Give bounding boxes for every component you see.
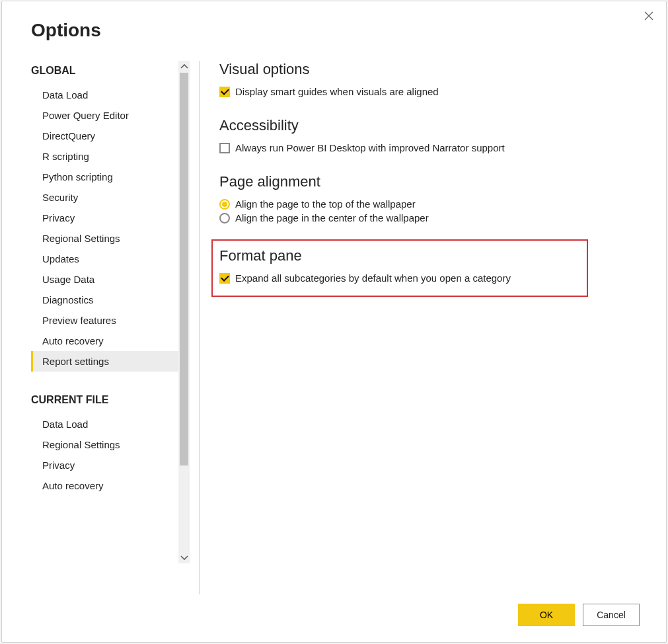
cancel-button[interactable]: Cancel bbox=[583, 604, 640, 626]
sidebar-section-header: GLOBAL bbox=[31, 61, 178, 85]
chevron-up-icon bbox=[180, 63, 188, 71]
scroll-up-button[interactable] bbox=[178, 61, 190, 73]
sidebar-section-header: CURRENT FILE bbox=[31, 390, 178, 414]
option-row: Expand all subcategories by default when… bbox=[219, 271, 577, 285]
sidebar-item[interactable]: Privacy bbox=[31, 455, 178, 475]
close-icon bbox=[644, 11, 654, 21]
checkbox[interactable] bbox=[219, 143, 230, 153]
sidebar-item[interactable]: Regional Settings bbox=[31, 434, 178, 455]
dialog-footer: OK Cancel bbox=[2, 594, 666, 642]
settings-group: Format paneExpand all subcategories by d… bbox=[219, 239, 640, 297]
option-row: Display smart guides when visuals are al… bbox=[219, 85, 640, 99]
options-dialog: Options GLOBALData LoadPower Query Edito… bbox=[1, 1, 667, 643]
option-label: Display smart guides when visuals are al… bbox=[235, 86, 439, 97]
radio[interactable] bbox=[219, 199, 230, 210]
sidebar-item[interactable]: Security bbox=[31, 187, 178, 208]
checkbox[interactable] bbox=[219, 87, 230, 97]
settings-group: AccessibilityAlways run Power BI Desktop… bbox=[219, 117, 640, 155]
option-label: Always run Power BI Desktop with improve… bbox=[235, 142, 505, 153]
settings-group: Page alignmentAlign the page to the top … bbox=[219, 173, 640, 225]
sidebar-item-list: Data LoadRegional SettingsPrivacyAuto re… bbox=[31, 414, 178, 496]
group-title: Page alignment bbox=[219, 173, 640, 190]
sidebar-item[interactable]: DirectQuery bbox=[31, 126, 178, 146]
group-title: Accessibility bbox=[219, 117, 640, 134]
dialog-body: GLOBALData LoadPower Query EditorDirectQ… bbox=[2, 48, 666, 594]
sidebar-item[interactable]: Usage Data bbox=[31, 269, 178, 290]
close-button[interactable] bbox=[641, 8, 657, 24]
option-label: Align the page to the top of the wallpap… bbox=[235, 198, 416, 210]
sidebar-item[interactable]: Python scripting bbox=[31, 167, 178, 187]
sidebar-item[interactable]: Data Load bbox=[31, 85, 178, 105]
dialog-title: Options bbox=[31, 20, 637, 41]
option-row: Align the page to the top of the wallpap… bbox=[219, 197, 640, 211]
sidebar-container: GLOBALData LoadPower Query EditorDirectQ… bbox=[31, 61, 190, 563]
sidebar-item[interactable]: Regional Settings bbox=[31, 228, 178, 249]
ok-button[interactable]: OK bbox=[518, 604, 575, 626]
content-pane: Visual optionsDisplay smart guides when … bbox=[200, 61, 666, 594]
sidebar-item[interactable]: R scripting bbox=[31, 146, 178, 167]
sidebar: GLOBALData LoadPower Query EditorDirectQ… bbox=[31, 61, 178, 563]
sidebar-item[interactable]: Updates bbox=[31, 249, 178, 269]
sidebar-item[interactable]: Data Load bbox=[31, 414, 178, 434]
sidebar-item-list: Data LoadPower Query EditorDirectQueryR … bbox=[31, 85, 178, 372]
checkbox[interactable] bbox=[219, 273, 230, 284]
group-title: Visual options bbox=[219, 61, 640, 78]
scrollbar-track[interactable] bbox=[178, 73, 190, 551]
sidebar-item[interactable]: Privacy bbox=[31, 208, 178, 228]
option-row: Always run Power BI Desktop with improve… bbox=[219, 141, 640, 155]
dialog-header: Options bbox=[2, 1, 666, 48]
option-label: Align the page in the center of the wall… bbox=[235, 212, 429, 223]
sidebar-item[interactable]: Report settings bbox=[31, 351, 178, 372]
sidebar-item[interactable]: Preview features bbox=[31, 310, 178, 331]
settings-group: Visual optionsDisplay smart guides when … bbox=[219, 61, 640, 99]
scrollbar-thumb[interactable] bbox=[180, 73, 188, 465]
chevron-down-icon bbox=[180, 553, 188, 561]
group-title: Format pane bbox=[219, 247, 577, 264]
sidebar-scrollbar[interactable] bbox=[178, 61, 190, 563]
sidebar-item[interactable]: Auto recovery bbox=[31, 331, 178, 351]
sidebar-item[interactable]: Diagnostics bbox=[31, 290, 178, 310]
sidebar-item[interactable]: Auto recovery bbox=[31, 475, 178, 496]
scroll-down-button[interactable] bbox=[178, 551, 190, 563]
option-label: Expand all subcategories by default when… bbox=[235, 272, 511, 284]
highlighted-group: Format paneExpand all subcategories by d… bbox=[211, 239, 588, 297]
radio[interactable] bbox=[219, 213, 230, 223]
sidebar-item[interactable]: Power Query Editor bbox=[31, 105, 178, 126]
option-row: Align the page in the center of the wall… bbox=[219, 211, 640, 225]
